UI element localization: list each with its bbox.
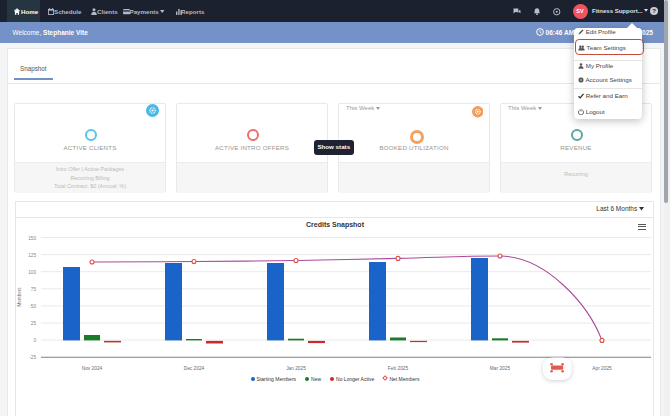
svg-text:50: 50 — [31, 304, 37, 309]
svg-text:Feb 2025: Feb 2025 — [388, 366, 409, 371]
svg-text:-25: -25 — [29, 355, 36, 360]
svg-text:75: 75 — [31, 287, 37, 292]
svg-text:Nov 2024: Nov 2024 — [82, 366, 103, 371]
svg-text:Mar 2025: Mar 2025 — [490, 366, 511, 371]
svg-text:Apr 2025: Apr 2025 — [592, 366, 612, 371]
svg-text:Dec 2024: Dec 2024 — [184, 366, 205, 371]
svg-text:125: 125 — [28, 253, 36, 258]
svg-text:25: 25 — [31, 321, 37, 326]
svg-text:100: 100 — [28, 270, 36, 275]
svg-text:150: 150 — [28, 236, 36, 241]
svg-text:Jan 2025: Jan 2025 — [286, 366, 306, 371]
svg-text:Members: Members — [17, 287, 22, 307]
svg-text:0: 0 — [33, 338, 36, 343]
